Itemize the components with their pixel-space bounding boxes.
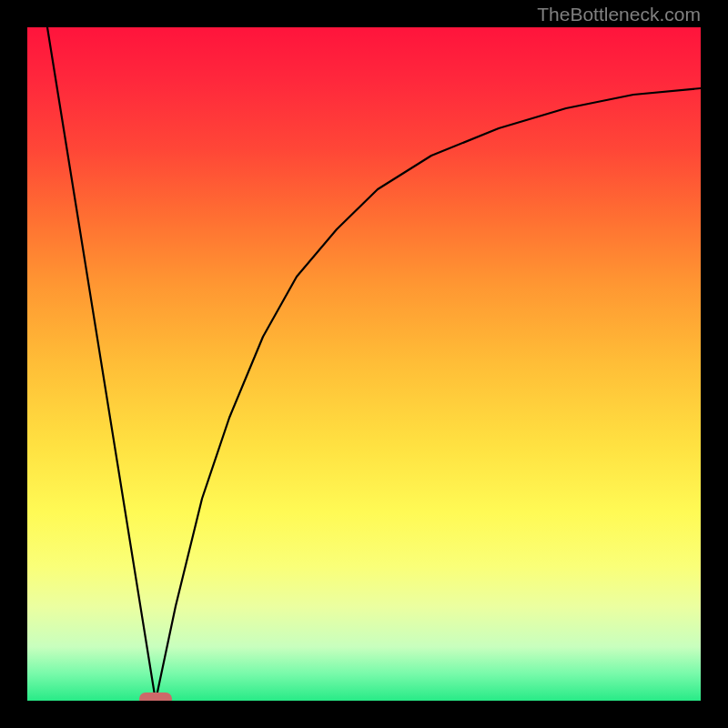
chart-container: TheBottleneck.com xyxy=(0,0,728,728)
curve-layer xyxy=(27,27,701,701)
watermark-text: TheBottleneck.com xyxy=(537,4,701,25)
plot-area xyxy=(27,27,701,701)
bottleneck-curve xyxy=(47,27,701,701)
min-marker xyxy=(139,693,172,701)
